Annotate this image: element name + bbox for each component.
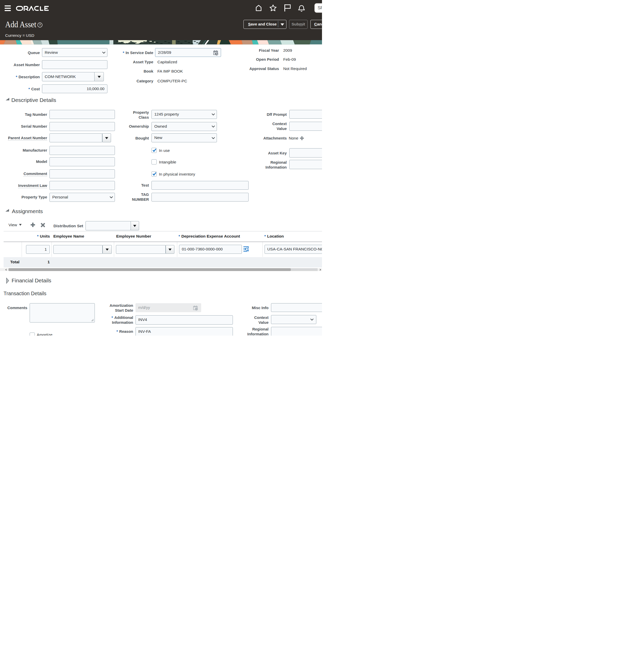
svg-text:?: ? <box>39 23 41 27</box>
